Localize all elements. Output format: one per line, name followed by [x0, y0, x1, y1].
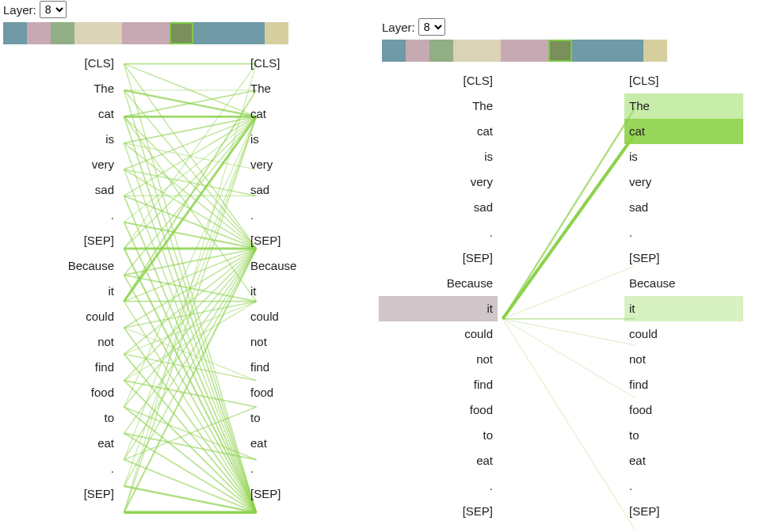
token[interactable]: cat	[0, 101, 119, 127]
token[interactable]: is	[0, 127, 119, 152]
token[interactable]: .	[0, 456, 119, 481]
token[interactable]: .	[624, 473, 743, 499]
token[interactable]: find	[0, 355, 119, 380]
token[interactable]: is	[379, 144, 498, 169]
token[interactable]: is	[624, 144, 743, 169]
token[interactable]: .	[379, 220, 498, 245]
token[interactable]: [CLS]	[379, 68, 498, 93]
head-swatch[interactable]	[122, 22, 146, 44]
token[interactable]: .	[624, 220, 743, 245]
token[interactable]: cat	[246, 101, 364, 127]
head-swatch[interactable]	[74, 22, 98, 44]
token[interactable]: not	[379, 347, 498, 372]
token[interactable]: cat	[624, 119, 743, 144]
token[interactable]: eat	[624, 448, 743, 473]
token[interactable]: [SEP]	[246, 481, 364, 507]
token[interactable]: [CLS]	[0, 51, 119, 76]
token[interactable]: Because	[379, 271, 498, 296]
token[interactable]: could	[246, 304, 364, 329]
token[interactable]: it	[246, 279, 364, 304]
token[interactable]: [SEP]	[624, 245, 743, 271]
head-swatch[interactable]	[643, 40, 667, 62]
head-swatch[interactable]	[382, 40, 406, 62]
token[interactable]: to	[624, 423, 743, 448]
token[interactable]: very	[246, 152, 364, 177]
token[interactable]: [CLS]	[624, 68, 743, 93]
head-swatch[interactable]	[453, 40, 477, 62]
token[interactable]: very	[624, 169, 743, 195]
token[interactable]: .	[246, 203, 364, 228]
token[interactable]: [SEP]	[0, 481, 119, 507]
token[interactable]: [SEP]	[624, 499, 743, 524]
token[interactable]: could	[624, 321, 743, 347]
head-swatch[interactable]	[548, 40, 572, 62]
token[interactable]: Because	[624, 271, 743, 296]
token[interactable]: .	[0, 203, 119, 228]
token[interactable]: [CLS]	[246, 51, 364, 76]
token[interactable]: eat	[379, 448, 498, 473]
head-swatch[interactable]	[170, 22, 193, 44]
head-swatch[interactable]	[217, 22, 241, 44]
token[interactable]: .	[246, 456, 364, 481]
head-swatch[interactable]	[3, 22, 27, 44]
token[interactable]: [SEP]	[246, 228, 364, 253]
token[interactable]: to	[246, 405, 364, 431]
token[interactable]: sad	[624, 195, 743, 220]
token[interactable]: Because	[0, 253, 119, 279]
head-swatch[interactable]	[429, 40, 453, 62]
token[interactable]: Because	[246, 253, 364, 279]
token[interactable]: The	[0, 76, 119, 101]
token[interactable]: could	[0, 304, 119, 329]
layer-select[interactable]: 8	[418, 18, 445, 36]
head-swatch[interactable]	[265, 22, 288, 44]
token[interactable]: very	[379, 169, 498, 195]
head-swatch[interactable]	[241, 22, 265, 44]
head-swatch[interactable]	[596, 40, 620, 62]
token[interactable]: sad	[0, 177, 119, 203]
token[interactable]: find	[246, 355, 364, 380]
token[interactable]: is	[246, 127, 364, 152]
token[interactable]: sad	[379, 195, 498, 220]
token[interactable]: it	[0, 279, 119, 304]
token[interactable]: it	[624, 296, 743, 321]
token[interactable]: The	[379, 93, 498, 119]
head-swatch[interactable]	[501, 40, 525, 62]
token[interactable]: it	[379, 296, 498, 321]
layer-select[interactable]: 8	[40, 1, 67, 18]
token[interactable]: very	[0, 152, 119, 177]
head-swatch[interactable]	[27, 22, 51, 44]
token[interactable]: [SEP]	[379, 499, 498, 524]
token[interactable]: food	[624, 397, 743, 423]
token[interactable]: .	[379, 473, 498, 499]
token[interactable]: cat	[379, 119, 498, 144]
token[interactable]: not	[246, 329, 364, 355]
token[interactable]: could	[379, 321, 498, 347]
token[interactable]: food	[0, 380, 119, 405]
head-swatch[interactable]	[193, 22, 217, 44]
token[interactable]: find	[379, 372, 498, 397]
head-swatch[interactable]	[406, 40, 429, 62]
token[interactable]: to	[0, 405, 119, 431]
token[interactable]: eat	[0, 431, 119, 456]
token[interactable]: not	[624, 347, 743, 372]
head-swatches[interactable]	[382, 40, 759, 62]
head-swatch[interactable]	[572, 40, 596, 62]
token[interactable]: eat	[246, 431, 364, 456]
token[interactable]: [SEP]	[0, 228, 119, 253]
token[interactable]: sad	[246, 177, 364, 203]
token[interactable]: The	[246, 76, 364, 101]
token[interactable]: food	[246, 380, 364, 405]
token[interactable]: not	[0, 329, 119, 355]
head-swatch[interactable]	[146, 22, 170, 44]
head-swatch[interactable]	[620, 40, 643, 62]
token[interactable]: The	[624, 93, 743, 119]
head-swatch[interactable]	[98, 22, 122, 44]
token[interactable]: food	[379, 397, 498, 423]
token[interactable]: to	[379, 423, 498, 448]
token[interactable]: [SEP]	[379, 245, 498, 271]
token[interactable]: find	[624, 372, 743, 397]
head-swatch[interactable]	[525, 40, 548, 62]
head-swatch[interactable]	[51, 22, 74, 44]
head-swatch[interactable]	[477, 40, 501, 62]
head-swatches[interactable]	[3, 22, 380, 44]
